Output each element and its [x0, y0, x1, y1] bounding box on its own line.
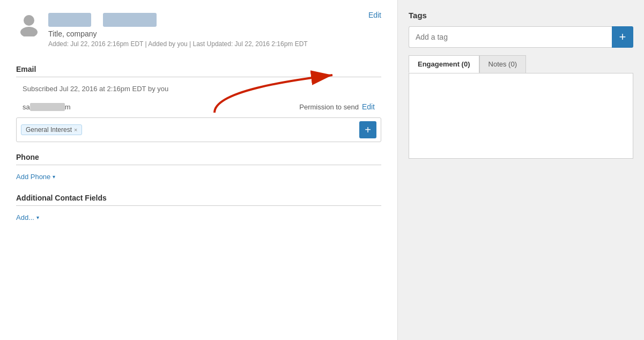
tag-badge: General Interest ×	[21, 124, 82, 135]
contact-header: Title, company Added: Jul 22, 2016 2:16p…	[16, 11, 381, 56]
email-section: Email Subscribed Jul 22, 2016 at 2:16pm …	[16, 65, 381, 142]
tag-input[interactable]	[409, 26, 612, 48]
tag-add-icon: +	[619, 30, 626, 44]
sidebar: Tags + Engagement (0) Notes (0)	[397, 0, 644, 340]
subscribed-text: Subscribed Jul 22, 2016 at 2:16pm EDT by…	[16, 80, 381, 97]
add-fields-label: Add...	[16, 213, 34, 221]
tabs-row: Engagement (0) Notes (0)	[409, 55, 633, 73]
additional-fields-title: Additional Contact Fields	[16, 194, 381, 206]
phone-section: Phone Add Phone ▾	[16, 153, 381, 181]
tab-content-area	[409, 73, 633, 159]
email-edit-link[interactable]: Edit	[362, 102, 375, 111]
permission-label: Permission to send	[299, 103, 359, 111]
main-content: Title, company Added: Jul 22, 2016 2:16p…	[0, 0, 397, 340]
add-fields-link[interactable]: Add... ▾	[16, 213, 39, 221]
list-tags-container: General Interest × +	[16, 117, 381, 142]
add-phone-label: Add Phone	[16, 173, 50, 181]
avatar	[16, 11, 42, 38]
contact-info: Title, company Added: Jul 22, 2016 2:16p…	[48, 11, 308, 56]
additional-fields-section: Additional Contact Fields Add... ▾	[16, 194, 381, 221]
tag-add-button[interactable]: +	[612, 26, 633, 48]
svg-point-1	[20, 27, 38, 36]
add-list-icon: +	[365, 124, 371, 136]
tag-label: General Interest	[26, 126, 72, 134]
tab-notes-label: Notes (0)	[488, 60, 517, 68]
svg-point-0	[24, 15, 34, 26]
email-section-title: Email	[16, 65, 381, 77]
tab-engagement[interactable]: Engagement (0)	[409, 55, 479, 73]
email-address: sa m	[23, 103, 299, 111]
add-phone-link[interactable]: Add Phone ▾	[16, 173, 55, 181]
phone-dropdown-arrow: ▾	[53, 174, 55, 180]
tab-notes[interactable]: Notes (0)	[479, 55, 526, 73]
email-row: sa m Permission to send Edit	[16, 100, 381, 113]
contact-edit-link[interactable]: Edit	[368, 11, 381, 19]
phone-section-title: Phone	[16, 153, 381, 165]
add-list-button[interactable]: +	[359, 121, 376, 138]
contact-title: Title, company	[48, 29, 308, 38]
contact-name	[48, 11, 308, 27]
tags-title: Tags	[409, 11, 633, 20]
tag-remove-button[interactable]: ×	[74, 127, 77, 133]
tag-input-row: +	[409, 26, 633, 48]
tab-engagement-label: Engagement (0)	[418, 60, 470, 68]
fields-dropdown-arrow: ▾	[36, 215, 39, 220]
contact-meta: Added: Jul 22, 2016 2:16pm EDT | Added b…	[48, 40, 308, 48]
